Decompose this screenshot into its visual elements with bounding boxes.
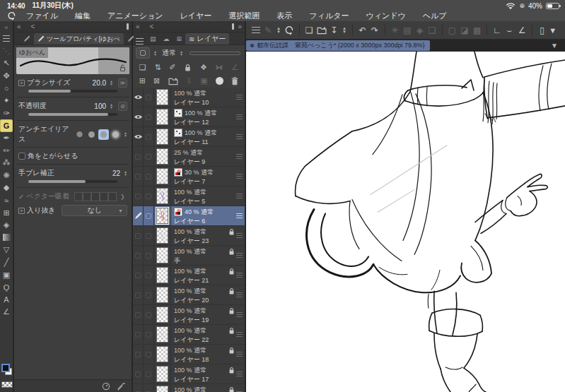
eraser-tool[interactable]: ◆ <box>0 182 13 194</box>
layer-row[interactable]: 25 % 通常 レイヤー 9 <box>133 147 245 167</box>
move-layer-tool[interactable]: ✥ <box>0 70 13 83</box>
vector-snap-check-icon[interactable]: ✓ <box>18 193 24 201</box>
layer-thumbnail[interactable] <box>154 226 171 245</box>
visibility-toggle[interactable] <box>133 127 144 146</box>
blend-mode-value[interactable]: 通常 <box>162 48 176 58</box>
drag-handle-icon[interactable] <box>236 305 245 324</box>
clip-studio-home-icon[interactable] <box>284 23 295 37</box>
antialias-middle-button[interactable] <box>98 129 109 140</box>
visibility-toggle[interactable] <box>133 364 144 384</box>
text-tool[interactable]: A <box>0 293 13 306</box>
layer-checkbox[interactable] <box>144 167 154 186</box>
antialias-stepper[interactable]: ▲▼ <box>124 131 127 137</box>
layer-thumbnail[interactable] <box>154 364 171 384</box>
lock-icon[interactable] <box>228 228 235 236</box>
tab-cloud[interactable]: ☁ <box>160 33 173 44</box>
transform-icon[interactable]: ❑ <box>426 23 438 37</box>
balloon-tool[interactable]: Ǫ <box>0 281 13 294</box>
snap-ruler-icon[interactable]: ∟ <box>491 23 503 37</box>
transfer-icon[interactable]: ⇅ <box>154 63 161 72</box>
ruler-snap-icon[interactable]: ∠ <box>231 63 238 72</box>
layer-color-badge-icon[interactable] <box>174 208 182 216</box>
layer-thumbnail[interactable] <box>154 107 171 126</box>
select-area-icon[interactable]: ▢ <box>447 23 458 37</box>
layer-thumbnail-size-button[interactable] <box>136 47 150 59</box>
layer-checkbox[interactable] <box>144 107 154 126</box>
transparent-color-swatch[interactable] <box>1 381 13 388</box>
unlock-icon[interactable] <box>119 64 127 72</box>
drag-handle-icon[interactable] <box>236 147 245 166</box>
mask-thumbnail-icon[interactable] <box>174 109 182 117</box>
clipping-icon[interactable]: ❏ <box>139 63 146 72</box>
lock-icon[interactable] <box>228 307 235 315</box>
brush-size-slider[interactable] <box>28 90 117 93</box>
layer-row[interactable]: 100 % 通常 レイヤー 11 <box>133 127 245 147</box>
drag-handle-icon[interactable] <box>236 325 245 344</box>
menu-view[interactable]: 表示 <box>268 11 301 21</box>
antialias-none-button[interactable] <box>74 129 85 140</box>
tab-subtool[interactable] <box>20 33 34 44</box>
layer-thumbnail[interactable] <box>154 345 171 364</box>
redo-icon[interactable]: ↷ <box>369 23 380 37</box>
brush-size-stepper[interactable]: ▲▼ <box>110 80 113 85</box>
panel-back-icon[interactable]: < <box>150 23 154 30</box>
thumb-size-stepper[interactable]: ▲▼ <box>153 50 157 56</box>
editing-pen-icon[interactable] <box>133 206 144 225</box>
pattern-tool[interactable]: ⊞ <box>0 206 13 219</box>
layer-thumbnail[interactable] <box>154 206 171 225</box>
lock-icon[interactable] <box>228 347 235 355</box>
stabilize-slider[interactable] <box>28 180 117 183</box>
snap-angle-icon[interactable]: ∠ <box>516 23 528 37</box>
new-layer-settings-icon[interactable]: ⊠ <box>153 76 160 85</box>
panel-expand-icon[interactable]: » <box>238 23 242 30</box>
layer-thumbnail[interactable] <box>154 167 171 186</box>
drag-handle-icon[interactable] <box>236 246 245 265</box>
inout-dropdown[interactable]: なし ▼ <box>62 205 127 216</box>
drag-handle-icon[interactable] <box>236 285 245 304</box>
drag-handle-icon[interactable] <box>236 88 245 107</box>
layer-row[interactable]: 30 % 通常 レイヤー 7 <box>133 167 245 186</box>
tab-layer-property[interactable]: ▤ <box>146 33 160 44</box>
collapse-panel-icon[interactable]: « <box>0 23 13 32</box>
menu-filter[interactable]: フィルター <box>301 11 357 21</box>
layer-thumbnail[interactable] <box>154 246 171 265</box>
decoration-tool[interactable]: ❋ <box>0 170 13 182</box>
combine-mode-icon[interactable]: ⧓ <box>216 63 223 72</box>
fill-selection-icon[interactable]: ◈ <box>414 23 426 37</box>
layer-thumbnail[interactable] <box>154 266 171 285</box>
menu-layer[interactable]: レイヤー <box>172 11 221 21</box>
layer-thumbnail[interactable] <box>154 88 171 107</box>
auto-select-tool[interactable]: ✦ <box>0 95 13 107</box>
pen-tool[interactable]: ✒ <box>0 132 13 145</box>
drag-handle-icon[interactable] <box>236 127 245 146</box>
panel-collapse-icon[interactable]: « <box>17 23 21 30</box>
layer-thumbnail[interactable] <box>154 285 171 304</box>
vector-snap-expand-icon[interactable]: ❯ <box>120 194 125 200</box>
panel-drag-handle[interactable] <box>127 23 129 30</box>
slider-expand-icon[interactable]: ≫ <box>118 78 127 88</box>
settings-wrench-icon[interactable] <box>117 382 126 391</box>
ruler-tool[interactable]: ∠ <box>0 306 13 319</box>
stabilize-value[interactable]: 22 <box>112 170 120 177</box>
layer-row[interactable]: 100 % 通常 レイヤー 23 <box>133 226 245 246</box>
layer-checkbox[interactable] <box>144 364 154 384</box>
visibility-toggle[interactable] <box>133 325 144 344</box>
visibility-toggle[interactable] <box>133 186 144 206</box>
add-shortcut-icon[interactable]: + <box>18 80 25 86</box>
frame-border-tool[interactable]: ▣ <box>0 268 13 281</box>
layer-row[interactable]: 100 % 通常 レイヤー 16 <box>133 384 245 392</box>
menu-help[interactable]: ヘルプ <box>414 11 455 21</box>
paste-icon[interactable]: ▤ <box>402 23 413 37</box>
layer-checkbox[interactable] <box>144 384 154 392</box>
snap-curve-icon[interactable]: ⌣ <box>504 23 516 37</box>
lock-layer-icon[interactable] <box>184 64 192 72</box>
antialias-strong-button[interactable] <box>110 129 121 140</box>
layer-checkbox[interactable] <box>144 305 154 324</box>
menu-selection[interactable]: 選択範囲 <box>220 11 268 21</box>
drag-handle-icon[interactable] <box>236 226 245 245</box>
panel-drag-handle[interactable] <box>232 23 234 30</box>
bar-collapse-icon[interactable]: ▲▼ <box>275 27 282 34</box>
drag-handle-icon[interactable] <box>236 186 245 206</box>
selection-launcher-icon[interactable]: ⋱ <box>0 45 13 58</box>
visibility-toggle[interactable] <box>133 384 144 392</box>
